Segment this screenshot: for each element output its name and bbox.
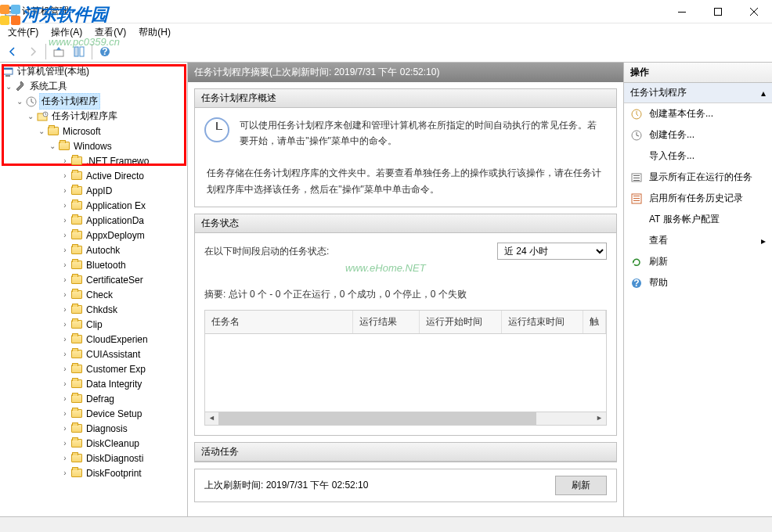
tree-folder[interactable]: ›Customer Exp: [0, 361, 187, 376]
refresh-button[interactable]: 刷新: [555, 476, 607, 495]
tree-system-tools[interactable]: ⌄ 系统工具: [0, 79, 187, 94]
action-at-service[interactable]: AT 服务帐户配置: [624, 209, 772, 230]
folder-icon: [70, 378, 83, 390]
expand-icon[interactable]: ›: [60, 453, 70, 464]
collapse-icon[interactable]: ⌄: [3, 81, 14, 92]
tree-folder[interactable]: ›DiskCleanup: [0, 436, 187, 451]
expand-icon[interactable]: ›: [60, 319, 70, 330]
forward-button[interactable]: [23, 42, 42, 61]
col-start[interactable]: 运行开始时间: [420, 311, 501, 332]
close-button[interactable]: [736, 0, 772, 23]
scrollbar-thumb[interactable]: [218, 412, 536, 425]
expand-icon[interactable]: ›: [60, 289, 70, 300]
tree-folder[interactable]: ›Check: [0, 287, 187, 302]
tree-folder[interactable]: ›Chkdsk: [0, 302, 187, 317]
tree-folder[interactable]: ›AppID: [0, 183, 187, 198]
tree-task-library[interactable]: ⌄ 任务计划程序库: [0, 109, 187, 124]
expand-icon[interactable]: ›: [60, 304, 70, 315]
tree-task-scheduler[interactable]: ⌄ 任务计划程序: [0, 94, 187, 109]
expand-icon[interactable]: ›: [60, 245, 70, 256]
folder-icon: [70, 304, 83, 316]
tree-folder[interactable]: ›Data Integrity: [0, 376, 187, 391]
action-refresh[interactable]: 刷新: [624, 251, 772, 272]
menu-help[interactable]: 帮助(H): [132, 24, 177, 41]
tree-folder[interactable]: ›Active Directo: [0, 168, 187, 183]
expand-icon[interactable]: ›: [60, 408, 70, 419]
expand-icon[interactable]: ›: [60, 468, 70, 479]
expand-icon[interactable]: ›: [60, 156, 70, 167]
expand-icon[interactable]: ›: [60, 185, 70, 196]
collapse-icon[interactable]: ⌄: [47, 141, 58, 152]
col-name[interactable]: 任务名: [205, 311, 353, 332]
tree-windows[interactable]: ⌄ Windows: [0, 138, 187, 153]
collapse-icon[interactable]: ⌄: [14, 96, 25, 107]
chevron-right-icon: ▸: [761, 235, 766, 246]
expand-icon[interactable]: ›: [60, 215, 70, 226]
help-button[interactable]: ?: [96, 42, 114, 61]
svg-rect-7: [74, 47, 78, 56]
tree-folder[interactable]: ›Bluetooth: [0, 257, 187, 272]
tree-folder[interactable]: ›CertificateSer: [0, 272, 187, 287]
action-enable-history[interactable]: 启用所有任务历史记录: [624, 188, 772, 209]
tree-folder[interactable]: ›Diagnosis: [0, 421, 187, 436]
expand-icon[interactable]: ›: [60, 394, 70, 404]
svg-rect-22: [633, 180, 640, 181]
expand-icon[interactable]: ›: [60, 438, 70, 449]
expand-icon[interactable]: ›: [60, 334, 70, 345]
action-create-basic-task[interactable]: 创建基本任务...: [624, 103, 772, 124]
action-help[interactable]: ? 帮助: [624, 272, 772, 293]
tree-folder[interactable]: ›DiskFootprint: [0, 466, 187, 480]
expand-icon[interactable]: ›: [60, 423, 70, 434]
tree-panel[interactable]: 计算机管理(本地) ⌄ 系统工具 ⌄ 任务计划程序 ⌄ 任务计划程序库 ⌄ Mi…: [0, 63, 188, 516]
expand-icon[interactable]: ›: [60, 349, 70, 360]
scroll-left-button[interactable]: ◄: [205, 412, 218, 425]
action-view[interactable]: 查看 ▸: [624, 230, 772, 251]
tree-folder[interactable]: ›AppxDeploym: [0, 228, 187, 243]
action-create-task[interactable]: 创建任务...: [624, 124, 772, 146]
minimize-button[interactable]: [664, 0, 700, 23]
collapse-icon[interactable]: ⌄: [25, 111, 36, 122]
tree-root[interactable]: 计算机管理(本地): [0, 64, 187, 79]
col-trigger[interactable]: 触: [583, 311, 606, 332]
collapse-icon[interactable]: ▴: [761, 88, 766, 99]
back-button[interactable]: [3, 42, 22, 61]
tree-microsoft[interactable]: ⌄ Microsoft: [0, 124, 187, 138]
actions-subhead[interactable]: 任务计划程序 ▴: [624, 83, 772, 103]
folder-icon: [70, 274, 83, 286]
tree-folder[interactable]: ›Device Setup: [0, 406, 187, 421]
expand-icon[interactable]: ›: [60, 364, 70, 375]
help-icon: ?: [630, 277, 643, 289]
status-period-select[interactable]: 近 24 小时: [497, 243, 607, 260]
menu-action[interactable]: 操作(A): [45, 24, 88, 41]
expand-icon[interactable]: ›: [60, 230, 70, 241]
tree-folder[interactable]: ›Defrag: [0, 391, 187, 406]
expand-icon[interactable]: ›: [60, 275, 70, 286]
expand-icon[interactable]: ›: [60, 200, 70, 211]
show-pane-button[interactable]: [70, 42, 88, 61]
tree-folder[interactable]: ›DiskDiagnosti: [0, 451, 187, 466]
expand-icon[interactable]: ›: [60, 379, 70, 390]
col-result[interactable]: 运行结果: [353, 311, 420, 332]
collapse-icon[interactable]: ⌄: [36, 126, 47, 137]
tree-folder[interactable]: ›ApplicationDa: [0, 213, 187, 228]
scroll-right-button[interactable]: ►: [593, 412, 606, 425]
up-button[interactable]: [49, 42, 68, 61]
tree-folder[interactable]: ›.NET Framewo: [0, 153, 187, 168]
task-table-body[interactable]: [204, 334, 607, 412]
svg-rect-2: [8, 11, 14, 12]
horizontal-scrollbar[interactable]: ◄ ►: [204, 412, 607, 426]
menu-file[interactable]: 文件(F): [2, 24, 45, 41]
tree-folder[interactable]: ›Autochk: [0, 243, 187, 257]
tree-folder[interactable]: ›CUIAssistant: [0, 347, 187, 361]
tree-folder[interactable]: ›CloudExperien: [0, 332, 187, 347]
status-section: 任务状态 在以下时间段启动的任务状态: 近 24 小时 www.eHome.NE…: [194, 214, 617, 436]
expand-icon[interactable]: ›: [60, 260, 70, 271]
tree-folder[interactable]: ›Application Ex: [0, 198, 187, 213]
action-show-running[interactable]: 显示所有正在运行的任务: [624, 167, 772, 188]
menu-view[interactable]: 查看(V): [88, 24, 132, 41]
action-import-task[interactable]: 导入任务...: [624, 146, 772, 167]
col-end[interactable]: 运行结束时间: [502, 311, 583, 332]
maximize-button[interactable]: [700, 0, 736, 23]
expand-icon[interactable]: ›: [60, 171, 70, 182]
tree-folder[interactable]: ›Clip: [0, 317, 187, 332]
